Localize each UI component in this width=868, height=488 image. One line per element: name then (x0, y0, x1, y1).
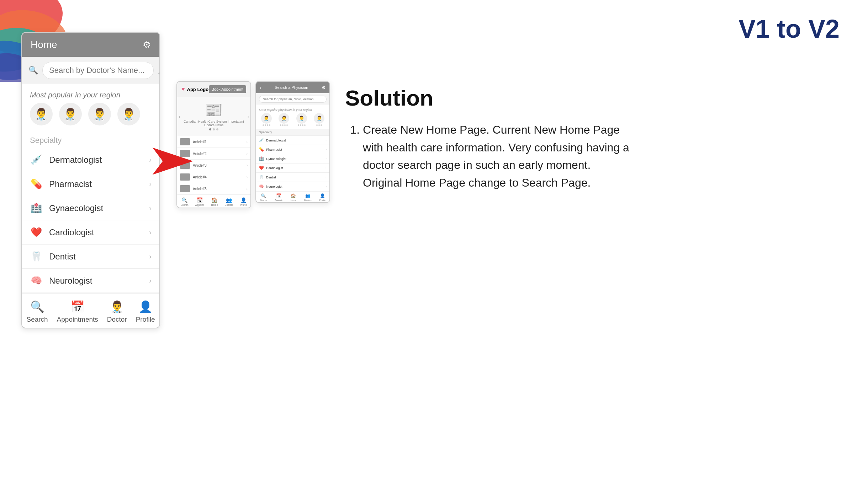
page-title: V1 to V2 (739, 14, 840, 43)
solution-section: Solution Create New Home Page. Current N… (345, 85, 630, 197)
specialty-item-cardiologist[interactable]: ❤️ Cardiologist › (22, 220, 159, 245)
v2b-footer-doctors[interactable]: 👥 Doctors (304, 193, 312, 201)
gear-icon[interactable]: ⚙ (322, 85, 326, 90)
appointments-footer-icon: 📅 (70, 300, 85, 313)
v2b-search-input[interactable] (259, 96, 327, 103)
v2b-avatar-4: 👨‍⚕️ (314, 113, 324, 124)
app-logo: ♥ App Logo (181, 86, 208, 92)
dot (318, 124, 320, 126)
footer-item-doctor[interactable]: 👨‍⚕️ Doctor (107, 300, 127, 323)
carousel-prev-button[interactable]: ‹ (179, 114, 180, 119)
specialty-item-gynaecologist[interactable]: 🏥 Gynaecologist › (22, 196, 159, 220)
gear-icon[interactable]: ⚙ (143, 39, 151, 50)
dentist-icon: 🦷 (30, 251, 43, 262)
gynaecologist-icon: 🏥 (259, 156, 264, 161)
profile-footer-icon: 👤 (138, 300, 153, 313)
dot-3 (216, 128, 218, 130)
v2a-footer-doctors[interactable]: 👥 Doctors (224, 197, 233, 206)
chevron-icon: › (326, 148, 327, 151)
chevron-icon: › (326, 185, 327, 188)
dermatologist-icon: 💉 (30, 154, 43, 165)
dot (263, 124, 264, 126)
doctor-footer-icon: 👨‍⚕️ (110, 300, 124, 313)
search-input[interactable] (42, 62, 154, 79)
dot (284, 124, 286, 126)
v2b-footer-search-label: Search (260, 199, 267, 201)
back-icon[interactable]: ‹ (260, 85, 261, 90)
news-text: Canadian Health Care System Importatant … (180, 120, 248, 127)
v2b-specialty-dermatologist[interactable]: 💉 Dermatologist › (256, 136, 329, 145)
footer-item-appointments[interactable]: 📅 Appointments (57, 300, 98, 323)
specialty-item-dentist[interactable]: 🦷 Dentist › (22, 245, 159, 269)
v2b-avatar-1: 👨‍⚕️ (261, 113, 272, 124)
v2b-footer-appt-label: Appoint. (275, 199, 282, 201)
specialty-name: Gynaecologist (49, 203, 143, 213)
v2a-footer-search[interactable]: 🔍 Search (181, 197, 189, 206)
specialty-name: Cardiologist (266, 166, 323, 170)
profile-icon: 👤 (240, 197, 247, 203)
footer-item-search[interactable]: 🔍 Search (26, 300, 48, 323)
v2b-specialty-cardiologist[interactable]: ❤️ Cardiologist › (256, 163, 329, 173)
v2b-footer-home-label: Home (291, 199, 296, 201)
specialty-name: Dentist (49, 252, 143, 262)
mic-icon[interactable]: 🎤 (158, 66, 160, 75)
v2b-specialty-pharmacist[interactable]: 💊 Pharmacist › (256, 145, 329, 154)
v2b-footer-appt[interactable]: 📅 Appoint. (275, 193, 282, 201)
chevron-icon: › (326, 157, 327, 160)
v2b-header: ‹ Search a Physician ⚙ (256, 82, 329, 93)
article-name-2: Article#2 (193, 152, 244, 156)
footer-profile-label: Profile (136, 316, 155, 323)
v2a-footer-appt[interactable]: 📅 Appoint. (195, 197, 205, 206)
article-name-4: Article#4 (193, 175, 244, 179)
v2b-dots-2 (280, 124, 288, 126)
search-icon: 🔍 (261, 193, 266, 198)
pharmacist-icon: 💊 (30, 178, 43, 189)
v2b-footer-home[interactable]: 🏠 Home (291, 193, 296, 201)
solution-point-1: Create New Home Page. Current New Home P… (363, 121, 630, 192)
article-item-5[interactable]: Article#5 › (177, 183, 250, 195)
article-name-1: Article#1 (193, 140, 244, 144)
v2b-footer-search[interactable]: 🔍 Search (260, 193, 267, 201)
v2b-specialty-list: 💉 Dermatologist › 💊 Pharmacist › 🏥 Gynae… (256, 136, 329, 191)
v2a-footer-profile[interactable]: 👤 Profile (240, 197, 247, 206)
specialty-name: Pharmacist (49, 179, 143, 189)
chevron-icon: › (149, 228, 152, 236)
chevron-icon: › (149, 204, 152, 212)
chevron-icon: › (149, 252, 152, 261)
v2b-doctor-1: 👨‍⚕️ (261, 113, 272, 126)
v2a-footer-appt-label: Appoint. (195, 204, 205, 206)
specialty-name: Neurologist (49, 276, 143, 286)
article-name-5: Article#5 (193, 187, 244, 191)
dot-2 (213, 128, 215, 130)
home-icon: 🏠 (291, 193, 296, 198)
solution-list: Create New Home Page. Current New Home P… (345, 121, 630, 192)
book-appointment-button[interactable]: Book Appointment (209, 85, 246, 93)
v2b-specialty-gynaecologist[interactable]: 🏥 Gynaecologist › (256, 154, 329, 163)
chevron-icon: › (247, 140, 248, 144)
specialty-name: Dermatologist (266, 139, 323, 142)
dermatologist-icon: 💉 (259, 138, 264, 143)
v2b-dots-3 (298, 124, 306, 126)
dot-1 (209, 128, 211, 130)
v2b-doctor-3: 👨‍⚕️ (296, 113, 307, 126)
v2b-footer-profile[interactable]: 👤 Profile (319, 193, 326, 201)
heart-icon: ♥ (181, 86, 185, 92)
v2b-dots-1 (263, 124, 270, 126)
specialty-item-dermatologist[interactable]: 💉 Dermatologist › (22, 148, 159, 172)
footer-search-label: Search (26, 316, 48, 323)
carousel-next-button[interactable]: › (247, 114, 249, 119)
v2a-footer-home[interactable]: 🏠 Home (211, 197, 218, 206)
specialty-item-neurologist[interactable]: 🧠 Neurologist › (22, 269, 159, 293)
profile-icon: 👤 (320, 193, 325, 198)
v2b-footer: 🔍 Search 📅 Appoint. 🏠 Home 👥 Doctors 👤 P… (256, 191, 329, 202)
v2b-specialty-dentist[interactable]: 🦷 Dentist › (256, 173, 329, 182)
specialty-name: Dermatologist (49, 155, 143, 165)
specialty-list: 💉 Dermatologist › 💊 Pharmacist › 🏥 Gynae… (22, 148, 159, 293)
neurologist-icon: 🧠 (30, 275, 43, 286)
search-icon: 🔍 (28, 66, 38, 75)
chevron-icon: › (326, 166, 327, 170)
dot (321, 124, 322, 126)
footer-item-profile[interactable]: 👤 Profile (136, 300, 155, 323)
v2b-specialty-neurologist[interactable]: 🧠 Neurologist › (256, 182, 329, 191)
specialty-item-pharmacist[interactable]: 💊 Pharmacist › (22, 172, 159, 196)
